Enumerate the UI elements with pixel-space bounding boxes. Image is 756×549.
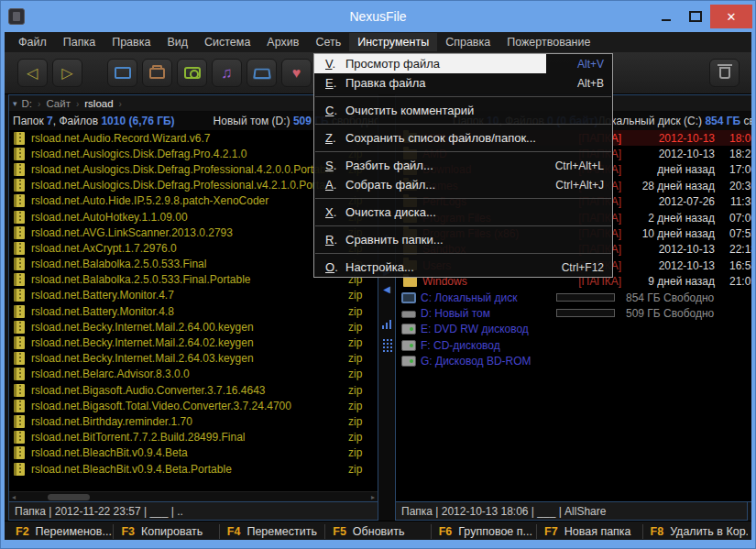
breadcrumb-item[interactable]: rsload bbox=[84, 98, 113, 109]
left-stats: Папок 7, Файлов 1010 (6,76 ГБ) bbox=[13, 115, 175, 127]
folder-date: дней назад bbox=[621, 163, 715, 176]
drive-case-button[interactable] bbox=[247, 59, 277, 87]
minimize-button[interactable] bbox=[652, 5, 681, 28]
drive-row[interactable]: F: CD-дисковод bbox=[396, 337, 751, 353]
file-row[interactable]: rsload.net.Battery.Monitor.4.8zip bbox=[9, 303, 378, 319]
drive-label: G: Дисковод BD-ROM bbox=[421, 355, 556, 368]
breadcrumb-item[interactable]: D: bbox=[22, 98, 33, 109]
file-row[interactable]: rsload.net.Bigasoft.Audio.Converter.3.7.… bbox=[9, 382, 378, 398]
fkey-f3[interactable]: F3Копировать bbox=[113, 524, 218, 539]
scroll-right-icon[interactable]: ▸ bbox=[368, 492, 378, 501]
menubar-item-сеть[interactable]: Сеть bbox=[307, 33, 349, 51]
menu-item-x[interactable]: X.Очистка диска... bbox=[314, 203, 612, 222]
zip-file-icon bbox=[14, 289, 25, 302]
menu-item-s[interactable]: S.Разбить файл...Ctrl+Alt+L bbox=[314, 156, 612, 175]
drive-row[interactable]: D: Новый том509 ГБ Свободно bbox=[396, 305, 751, 321]
disc-icon bbox=[401, 340, 416, 351]
fkey-key: F2 bbox=[16, 525, 29, 538]
file-row[interactable]: rsload.net.Battery.Monitor.4.7zip bbox=[9, 288, 378, 303]
menu-item-label: R.Сравнить папки... bbox=[314, 230, 546, 249]
menu-item-r[interactable]: R.Сравнить папки... bbox=[314, 230, 612, 249]
scroll-left-icon[interactable]: ◂ bbox=[9, 492, 18, 501]
maximize-button[interactable] bbox=[681, 5, 710, 28]
folder-date: 2012-07-26 bbox=[621, 195, 715, 208]
menu-item-label: O.Настройка... bbox=[314, 258, 546, 277]
menubar-item-файл[interactable]: Файл bbox=[10, 33, 55, 51]
trash-button[interactable] bbox=[709, 59, 740, 87]
menu-item-o[interactable]: O.Настройка...Ctrl+F12 bbox=[314, 258, 612, 277]
file-row[interactable]: rsload.net.Becky.Internet.Mail.2.64.02.k… bbox=[9, 335, 378, 350]
zip-file-icon bbox=[14, 336, 25, 349]
back-icon: ◁ bbox=[27, 66, 38, 81]
folder-icon bbox=[403, 277, 417, 287]
window-title: NexusFile bbox=[1, 9, 755, 24]
breadcrumb-separator: › bbox=[76, 99, 79, 109]
menu-item-key: R. bbox=[325, 233, 345, 247]
file-row[interactable]: rsload.net.BleachBit.v0.9.4.Betazip bbox=[9, 445, 378, 461]
horizontal-scrollbar[interactable]: ◂▸ bbox=[9, 491, 378, 501]
zip-file-icon bbox=[14, 242, 25, 255]
fkey-f5[interactable]: F5Обновить bbox=[324, 524, 430, 539]
file-row[interactable]: rsload.net.Birthday.reminder.1.70zip bbox=[9, 413, 378, 429]
drive-row[interactable]: C: Локальный диск854 ГБ Свободно bbox=[396, 290, 751, 305]
trash-icon bbox=[719, 67, 730, 79]
scrollbar-thumb[interactable] bbox=[48, 494, 90, 500]
menubar-item-система[interactable]: Система bbox=[196, 33, 258, 51]
close-button[interactable]: ✕ bbox=[710, 5, 752, 28]
fkey-key: F6 bbox=[439, 525, 453, 538]
menu-item-c[interactable]: C.Очистить комментарий bbox=[314, 101, 612, 120]
menu-item-label: A.Собрать файл... bbox=[314, 175, 546, 194]
file-ext: zip bbox=[348, 321, 378, 334]
music-button[interactable]: ♫ bbox=[212, 59, 242, 87]
file-row[interactable]: rsload.net.Becky.Internet.Mail.2.64.00.k… bbox=[9, 319, 378, 335]
file-row[interactable]: rsload.net.BitTorrent.7.7.2.Build.28499.… bbox=[9, 430, 378, 445]
forward-button[interactable]: ▷ bbox=[52, 59, 82, 87]
breadcrumb-item[interactable]: Сайт bbox=[46, 98, 71, 109]
info-segment: , Файлов bbox=[53, 115, 102, 127]
menubar-item-вид[interactable]: Вид bbox=[159, 33, 196, 51]
file-row[interactable]: rsload.net.Belarc.Advisor.8.3.0.0zip bbox=[9, 367, 378, 382]
menu-item-z[interactable]: Z.Сохранить список файлов/папок... bbox=[314, 128, 612, 148]
file-name: rsload.net.Becky.Internet.Mail.2.64.00.k… bbox=[31, 321, 348, 334]
file-name: rsload.net.AxCrypt.1.7.2976.0 bbox=[31, 242, 348, 255]
menu-separator bbox=[315, 249, 611, 254]
splitter-grip-icon[interactable] bbox=[382, 338, 392, 352]
file-name: rsload.net.Auslogics.Disk.Defrag.Pro.4.2… bbox=[31, 148, 348, 160]
fkey-f6[interactable]: F6Групповое п... bbox=[431, 524, 536, 539]
menubar-item-пожертвование[interactable]: Пожертвование bbox=[499, 33, 598, 51]
app-body: ФайлПапкаПравкаВидСистемаАрхивСетьИнстру… bbox=[5, 32, 751, 540]
splitter-chart-icon[interactable] bbox=[382, 320, 391, 329]
file-row[interactable]: rsload.net.Becky.Internet.Mail.2.64.03.k… bbox=[9, 351, 378, 367]
chevron-down-icon[interactable]: ▾ bbox=[13, 99, 17, 108]
folders-button[interactable] bbox=[142, 59, 172, 87]
menubar-item-справка[interactable]: Справка bbox=[437, 33, 499, 51]
fkey-label: Переименов... bbox=[36, 525, 112, 538]
favorites-button[interactable]: ♥ bbox=[281, 59, 312, 87]
menubar-item-правка[interactable]: Правка bbox=[104, 33, 159, 51]
drive-row[interactable]: E: DVD RW дисковод bbox=[396, 322, 751, 337]
desktop-button[interactable] bbox=[107, 59, 137, 87]
menu-item-e[interactable]: E.Правка файлаAlt+B bbox=[314, 73, 612, 93]
menubar-item-папка[interactable]: Папка bbox=[55, 33, 104, 51]
file-name: rsload.net.Becky.Internet.Mail.2.64.02.k… bbox=[31, 336, 348, 349]
fkey-f8[interactable]: F8Удалить в Кор... bbox=[642, 524, 748, 539]
menubar-item-инструменты[interactable]: Инструменты bbox=[349, 33, 437, 51]
fkey-f2[interactable]: F2Переименов... bbox=[8, 524, 113, 539]
pictures-button[interactable] bbox=[177, 59, 207, 87]
splitter-left-icon[interactable]: ◀ bbox=[383, 284, 390, 294]
file-row[interactable]: rsload.net.BleachBit.v0.9.4.Beta.Portabl… bbox=[9, 461, 378, 477]
menu-item-a[interactable]: A.Собрать файл...Ctrl+Alt+J bbox=[314, 175, 612, 194]
file-name: rsload.net.Auto.Hide.IP.5.2.9.8.patch-Xe… bbox=[31, 194, 348, 207]
fkey-f7[interactable]: F7Новая папка bbox=[536, 524, 641, 539]
file-name: rsload.net.AutoHotkey.1.1.09.00 bbox=[31, 211, 348, 224]
file-row[interactable]: rsload.net.Bigasoft.Total.Video.Converte… bbox=[9, 398, 378, 413]
menubar-item-архив[interactable]: Архив bbox=[258, 33, 307, 51]
pictures-icon bbox=[184, 67, 201, 79]
zip-file-icon bbox=[14, 148, 25, 160]
drive-row[interactable]: G: Дисковод BD-ROM bbox=[396, 353, 751, 368]
back-button[interactable]: ◁ bbox=[17, 59, 48, 87]
fkey-f4[interactable]: F4Переместить bbox=[219, 524, 324, 539]
menu-item-v[interactable]: V.Просмотр файлаAlt+V bbox=[314, 54, 612, 73]
menu-item-shortcut: Alt+V bbox=[546, 58, 612, 71]
info-segment: Новый том (D:) bbox=[214, 115, 293, 127]
